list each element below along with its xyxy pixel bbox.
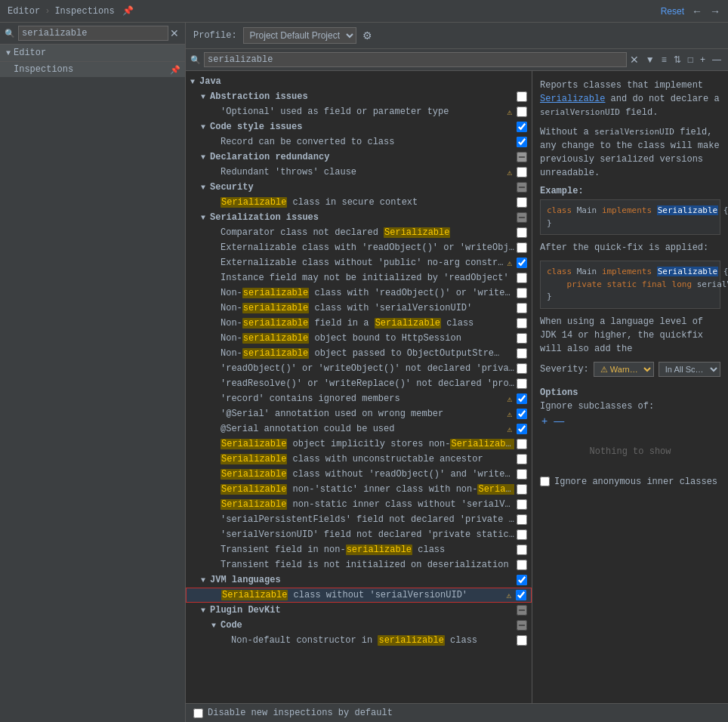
serial-nonstatic-checkbox[interactable] [517, 484, 527, 495]
tree-nondefault-ctor[interactable]: Non-default constructor in serializable … [186, 633, 532, 648]
tree-optional-field[interactable]: 'Optional' used as field or parameter ty… [186, 104, 532, 119]
sidebar-search-clear[interactable]: ✕ [168, 27, 180, 39]
tree-record-convert[interactable]: Record can be converted to class [186, 134, 532, 150]
add-filter-button[interactable]: + [698, 54, 708, 66]
serial-no-vuid-checkbox[interactable] [517, 499, 527, 510]
tree-non-serial-output[interactable]: Non-serializable object passed to Object… [186, 346, 532, 361]
serial-annot-wrong-checkbox[interactable] [517, 409, 527, 419]
optional-checkbox[interactable] [517, 106, 527, 117]
tree-java-group[interactable]: ▼ Java [186, 74, 532, 89]
instance-readobject-checkbox[interactable] [517, 273, 527, 283]
filter-search-input[interactable] [204, 52, 627, 67]
tree-serial-vuid-private[interactable]: 'serialVersionUID' field not declared 'p… [186, 527, 532, 542]
transient-init-checkbox[interactable] [517, 560, 527, 570]
throws-checkbox[interactable] [517, 167, 527, 177]
serial-persistent-checkbox[interactable] [517, 514, 527, 525]
abstraction-checkbox[interactable] [517, 91, 527, 102]
tree-readresolve-private[interactable]: 'readResolve()' or 'writeReplace()' not … [186, 376, 532, 391]
serial-no-ro-checkbox[interactable] [517, 469, 527, 480]
tree-extern-noarg[interactable]: Externalizable class without 'public' no… [186, 255, 532, 270]
comparator-checkbox[interactable] [517, 227, 527, 238]
tree-redundant-throws[interactable]: Redundant 'throws' clause ⚠ [186, 165, 532, 180]
forward-button[interactable]: → [710, 5, 720, 17]
pin-sidebar-icon[interactable]: 📌 [170, 65, 180, 75]
tree-serial-annotation-used[interactable]: @Serial annotation could be used ⚠ [186, 421, 532, 437]
tree-non-serial-field[interactable]: Non-serializable field in a Serializable… [186, 316, 532, 331]
serial-secure-checkbox[interactable] [517, 197, 527, 208]
tree-decl-redundancy[interactable]: ▼ Declaration redundancy [186, 150, 532, 165]
tree-serial-no-vuid[interactable]: Serializable non-static inner class with… [186, 497, 532, 512]
tree-instance-readobject[interactable]: Instance field may not be initialized by… [186, 270, 532, 285]
tree-code-style[interactable]: ▼ Code style issues [186, 119, 532, 134]
tree-code-subcat[interactable]: ▼ Code [186, 618, 532, 633]
serial-implicitly-checkbox[interactable] [517, 439, 527, 449]
tree-plugin-devkit[interactable]: ▼ Plugin DevKit [186, 603, 532, 618]
ignore-anon-checkbox[interactable] [540, 477, 550, 486]
profile-select[interactable]: Project Default Project [243, 27, 356, 44]
jvm-checkbox[interactable] [517, 575, 527, 585]
remove-filter-button[interactable]: — [710, 54, 723, 66]
filter-clear-button[interactable]: ✕ [630, 54, 639, 66]
non-serial-http-checkbox[interactable] [517, 333, 527, 344]
tree-serial-no-vuid-jvm[interactable]: Serializable class without 'serialVersio… [186, 588, 532, 603]
tree-serial-unconstructable[interactable]: Serializable class with unconstructable … [186, 452, 532, 467]
record-checkbox[interactable] [517, 137, 527, 147]
sidebar-item-inspections[interactable]: Inspections 📌 [0, 62, 185, 77]
reset-button[interactable]: Reset [661, 6, 684, 17]
add-subclass-button[interactable]: + [540, 415, 549, 427]
tree-transient-non-serial[interactable]: Transient field in non-serializable clas… [186, 542, 532, 557]
sidebar-search-input[interactable] [18, 26, 168, 41]
tree-serial-secure[interactable]: Serializable class in secure context [186, 195, 532, 210]
tree-non-serial-versionuid[interactable]: Non-serializable class with 'serialVersi… [186, 301, 532, 316]
decl-checkbox[interactable] [517, 152, 527, 162]
serial-unconstructable-checkbox[interactable] [517, 454, 527, 464]
tree-non-serial-readobject[interactable]: Non-serializable class with 'readObject(… [186, 285, 532, 301]
non-serial-output-checkbox[interactable] [517, 348, 527, 359]
filter-icon-button[interactable]: ▼ [643, 54, 657, 66]
tree-abstraction[interactable]: ▼ Abstraction issues [186, 89, 532, 104]
disable-new-checkbox[interactable] [193, 708, 203, 718]
scope-select[interactable]: In All Sc… [659, 362, 720, 377]
transient-non-serial-checkbox[interactable] [517, 545, 527, 555]
plugin-checkbox[interactable] [517, 605, 527, 616]
nondefault-ctor-checkbox[interactable] [517, 635, 527, 646]
non-serial-field-checkbox[interactable] [517, 318, 527, 329]
severity-select[interactable]: ⚠ Warn… [594, 362, 654, 377]
tree-extern-readobject[interactable]: Externalizable class with 'readObject()'… [186, 240, 532, 255]
group-button[interactable]: □ [686, 54, 696, 66]
jvm-serial-checkbox[interactable] [516, 590, 526, 600]
sidebar-editor-item[interactable]: ▼ Editor [0, 45, 185, 62]
tree-serial-persistent[interactable]: 'serialPersistentFields' field not decla… [186, 512, 532, 527]
readobject-private-checkbox[interactable] [517, 363, 527, 374]
code-style-checkbox[interactable] [517, 122, 527, 132]
gear-button[interactable]: ⚙ [362, 29, 372, 42]
tree-comparator-serial[interactable]: Comparator class not declared Serializab… [186, 225, 532, 240]
serial-vuid-private-checkbox[interactable] [517, 529, 527, 540]
tree-record-ignored[interactable]: 'record' contains ignored members ⚠ [186, 391, 532, 406]
record-ignored-checkbox[interactable] [517, 393, 527, 404]
collapse-all-button[interactable]: ⇅ [671, 54, 683, 66]
remove-subclass-button[interactable]: — [552, 415, 566, 427]
tree-serial-annotation-wrong[interactable]: '@Serial' annotation used on wrong membe… [186, 406, 532, 421]
serialization-checkbox[interactable] [517, 212, 527, 223]
serial-annot-used-checkbox[interactable] [517, 424, 527, 434]
extern-readobject-checkbox[interactable] [517, 242, 527, 253]
tree-jvm-languages[interactable]: ▼ JVM languages [186, 572, 532, 588]
expand-all-button[interactable]: ≡ [659, 54, 669, 66]
tree-serial-implicitly[interactable]: Serializable object implicitly stores no… [186, 437, 532, 452]
readresolve-private-checkbox[interactable] [517, 378, 527, 389]
tree-non-serial-http[interactable]: Non-serializable object bound to HttpSes… [186, 331, 532, 346]
non-serial-vu-checkbox[interactable] [517, 303, 527, 313]
tree-serial-no-readobject[interactable]: Serializable class without 'readObject()… [186, 467, 532, 482]
tree-readobject-private[interactable]: 'readObject()' or 'writeObject()' not de… [186, 361, 532, 376]
tree-transient-init[interactable]: Transient field is not initialized on de… [186, 557, 532, 572]
tree-security[interactable]: ▼ Security [186, 180, 532, 195]
tree-serial-nonstatic[interactable]: Serializable non-'static' inner class wi… [186, 482, 532, 497]
security-checkbox[interactable] [517, 182, 527, 193]
pin-icon[interactable]: 📌 [122, 5, 134, 17]
back-button[interactable]: ← [692, 5, 702, 17]
extern-noarg-checkbox[interactable] [517, 258, 527, 268]
code-subcat-checkbox[interactable] [517, 620, 527, 631]
tree-serialization[interactable]: ▼ Serialization issues [186, 210, 532, 225]
non-serial-ro-checkbox[interactable] [517, 288, 527, 298]
